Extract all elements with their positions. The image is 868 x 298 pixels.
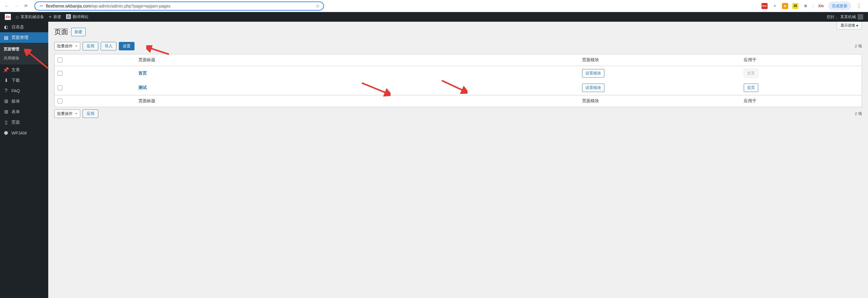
avatar xyxy=(858,14,863,20)
ext-js-icon[interactable]: JS xyxy=(792,3,798,9)
page-icon: ▯ xyxy=(3,119,9,125)
menu-media[interactable]: ⊞ 媒体 xyxy=(0,96,48,107)
forward-button[interactable]: → xyxy=(13,2,20,10)
greeting-label: 您好， xyxy=(827,14,838,20)
site-name-label: 某某机械设备 xyxy=(21,14,44,20)
th-module[interactable]: 页面模块 xyxy=(579,54,740,66)
extensions-area: New ✦ ⊞ JS ⊡ | Xin 完成更新 ⋮ xyxy=(759,1,865,10)
form-icon: ⊞ xyxy=(3,109,9,115)
items-count: 2 项 xyxy=(855,43,862,49)
adminbar-site[interactable]: ⌂ 某某机械设备 xyxy=(13,12,46,22)
menu-label: FAQ xyxy=(11,88,20,93)
url-bar[interactable]: ⊶ flextheme.wkbanjia.com/wp-admin/admin.… xyxy=(34,1,324,10)
menu-label: 仪表盘 xyxy=(11,24,24,30)
reload-button[interactable]: ⟳ xyxy=(22,2,30,10)
row-checkbox[interactable] xyxy=(58,85,62,90)
screen-options-button[interactable]: 显示选项 ▾ xyxy=(837,22,862,30)
submenu-shared-module[interactable]: 共用模块 xyxy=(0,54,48,63)
screen-options-label: 显示选项 xyxy=(841,23,855,28)
table-row: 测试 设置模块 首页 xyxy=(55,81,862,95)
import-button[interactable]: 导入 xyxy=(101,42,116,50)
select-all-checkbox-foot[interactable] xyxy=(58,99,62,103)
menu-label: WPJAM xyxy=(11,130,27,136)
th-title[interactable]: 页面标题 xyxy=(135,54,579,66)
menu-page-manage[interactable]: ▤ 页面管理 xyxy=(0,32,48,43)
th-apply-foot[interactable]: 应用于 xyxy=(741,95,862,107)
menu-form[interactable]: ⊞ 表单 xyxy=(0,107,48,117)
browser-chrome: ← → ⟳ ⊶ flextheme.wkbanjia.com/wp-admin/… xyxy=(0,0,868,12)
bulk-action-select-bottom[interactable]: 批量操作 xyxy=(54,110,80,118)
add-new-button[interactable]: 新建 xyxy=(71,28,86,36)
menu-posts[interactable]: 📌 文章 xyxy=(0,64,48,75)
adminbar-account[interactable]: 您好， 某某机械 xyxy=(824,12,866,22)
th-apply[interactable]: 应用于 xyxy=(741,54,862,66)
pages-icon: ▤ xyxy=(3,35,9,40)
th-module-foot[interactable]: 页面模块 xyxy=(579,95,740,107)
row-title-link[interactable]: 测试 xyxy=(138,85,147,90)
main-content: 显示选项 ▾ 页面 新建 批量操作 应用 导入 设置 2 项 页面标题 页面模块… xyxy=(48,22,868,298)
pages-table: 页面标题 页面模块 应用于 首页 设置模块 首页 测试 设置模块 首页 页面标题… xyxy=(54,54,862,107)
dashboard-icon: ◐ xyxy=(3,24,9,30)
menu-dashboard[interactable]: ◐ 仪表盘 xyxy=(0,22,48,32)
menu-label: 表单 xyxy=(11,109,20,115)
submenu-page-manage[interactable]: 页面管理 xyxy=(0,44,48,54)
settings-button[interactable]: 设置 xyxy=(119,42,134,50)
table-row: 首页 设置模块 首页 xyxy=(55,66,862,81)
apply-to-button: 首页 xyxy=(744,69,758,78)
menu-label: 页面管理 xyxy=(11,35,28,40)
menu-label: 页面 xyxy=(11,120,20,125)
menu-pages[interactable]: ▯ 页面 xyxy=(0,117,48,127)
apply-to-button[interactable]: 首页 xyxy=(744,84,758,92)
site-info-icon[interactable]: ⊶ xyxy=(39,4,43,8)
question-icon: ? xyxy=(3,88,9,93)
translate-icon: 🅰 xyxy=(66,14,71,20)
new-label: 新建 xyxy=(53,14,61,20)
pin-icon: 📌 xyxy=(3,67,9,73)
ext-new-icon[interactable]: New xyxy=(762,3,768,9)
ext-grid-icon[interactable]: ⊞ xyxy=(782,3,788,9)
row-title-link[interactable]: 首页 xyxy=(138,70,147,76)
adminbar-new[interactable]: + 新建 xyxy=(46,12,64,22)
menu-label: 媒体 xyxy=(11,99,20,104)
adminbar-translate[interactable]: 🅰 翻译网站 xyxy=(64,12,91,22)
page-title: 页面 xyxy=(54,27,68,36)
row-checkbox[interactable] xyxy=(58,71,62,76)
th-title-foot[interactable]: 页面标题 xyxy=(135,95,579,107)
set-module-button[interactable]: 设置模块 xyxy=(582,84,604,92)
admin-sidebar: ◐ 仪表盘 ▤ 页面管理 页面管理 共用模块 📌 文章 ⬇ 下载 ? FAQ ⊞… xyxy=(0,22,48,298)
browser-update-button[interactable]: 完成更新 xyxy=(828,1,851,10)
apply-button[interactable]: 应用 xyxy=(83,42,98,50)
ext-puzzle-icon[interactable]: ⊡ xyxy=(803,3,809,9)
set-module-button[interactable]: 设置模块 xyxy=(582,69,604,78)
media-icon: ⊞ xyxy=(3,98,9,104)
chevron-down-icon: ▾ xyxy=(856,24,858,28)
bulk-action-select[interactable]: 批量操作 xyxy=(54,42,80,50)
menu-label: 文章 xyxy=(11,67,20,73)
plus-icon: + xyxy=(49,14,52,20)
home-icon: ⌂ xyxy=(16,14,19,20)
adminbar-logo[interactable]: Xin xyxy=(2,12,13,22)
items-count-bottom: 2 项 xyxy=(855,111,862,116)
menu-label: 下载 xyxy=(11,78,20,83)
wp-adminbar: Xin ⌂ 某某机械设备 + 新建 🅰 翻译网站 您好， 某某机械 xyxy=(0,12,868,22)
wpjam-icon: ⬢ xyxy=(3,130,9,136)
menu-faq[interactable]: ? FAQ xyxy=(0,86,48,96)
submenu: 页面管理 共用模块 xyxy=(0,43,48,64)
ext-xin-icon[interactable]: Xin xyxy=(818,3,824,9)
menu-download[interactable]: ⬇ 下载 xyxy=(0,75,48,86)
bookmark-star-icon[interactable]: ☆ xyxy=(315,3,320,9)
browser-menu-icon[interactable]: ⋮ xyxy=(855,3,863,9)
back-button[interactable]: ← xyxy=(3,2,10,10)
menu-wpjam[interactable]: ⬢ WPJAM xyxy=(0,127,48,138)
select-all-checkbox[interactable] xyxy=(58,58,62,62)
translate-label: 翻译网站 xyxy=(73,14,88,20)
url-text: flextheme.wkbanjia.com/wp-admin/admin.ph… xyxy=(46,4,313,8)
apply-button-bottom[interactable]: 应用 xyxy=(83,110,98,118)
ext-sparkle-icon[interactable]: ✦ xyxy=(772,3,778,9)
download-icon: ⬇ xyxy=(3,78,9,83)
username-label: 某某机械 xyxy=(840,14,856,20)
